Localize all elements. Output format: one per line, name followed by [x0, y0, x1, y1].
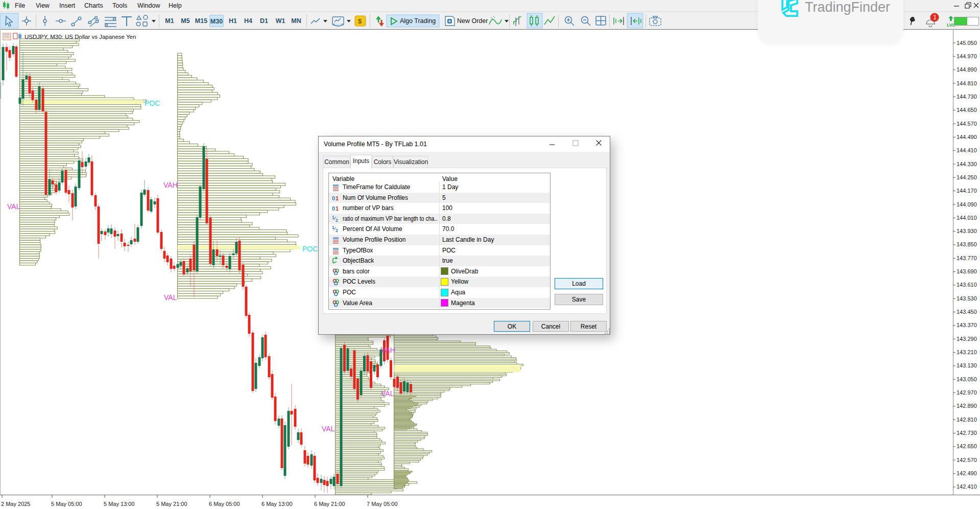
- svg-text:VAH: VAH: [381, 346, 395, 354]
- svg-text:VAL: VAL: [7, 202, 20, 211]
- svg-text:6 May 05:00: 6 May 05:00: [209, 501, 240, 507]
- svg-text:7 May 05:00: 7 May 05:00: [367, 501, 398, 507]
- svg-text:5 May 05:00: 5 May 05:00: [51, 501, 82, 507]
- svg-text:144.170: 144.170: [957, 188, 977, 194]
- svg-text:142.890: 142.890: [957, 403, 977, 409]
- svg-text:143.130: 143.130: [957, 362, 977, 368]
- svg-text:VAL: VAL: [381, 389, 394, 398]
- svg-text:5 May 21:00: 5 May 21:00: [156, 501, 187, 507]
- svg-text:VAL: VAL: [164, 293, 177, 302]
- svg-text:143.530: 143.530: [957, 295, 977, 302]
- svg-text:143.290: 143.290: [957, 336, 977, 342]
- svg-text:143.850: 143.850: [957, 241, 977, 247]
- svg-text:143.770: 143.770: [957, 255, 977, 261]
- svg-text:1: 1: [933, 14, 937, 21]
- svg-text:6 May 13:00: 6 May 13:00: [261, 501, 293, 507]
- svg-text:2 May 2025: 2 May 2025: [1, 501, 30, 507]
- svg-text:142.570: 142.570: [957, 457, 977, 463]
- svg-text:1: 1: [336, 195, 339, 201]
- svg-text:142.410: 142.410: [957, 483, 977, 490]
- svg-text:142.490: 142.490: [957, 470, 977, 476]
- svg-text:0: 0: [332, 205, 335, 212]
- svg-text:2: 2: [336, 218, 338, 223]
- svg-text:2: 2: [336, 228, 338, 233]
- svg-text:143.050: 143.050: [957, 376, 977, 382]
- svg-text:144.570: 144.570: [957, 121, 977, 127]
- svg-text:0: 0: [332, 195, 335, 201]
- svg-text:143.450: 143.450: [957, 309, 977, 315]
- svg-text:144.330: 144.330: [957, 161, 977, 167]
- svg-text:142.730: 142.730: [957, 430, 977, 436]
- svg-text:POC: POC: [145, 99, 160, 107]
- svg-text:USDJPY, M30: US Dollar vs Jap: USDJPY, M30: US Dollar vs Japanese Yen: [25, 34, 136, 40]
- svg-text:143.930: 143.930: [957, 228, 977, 234]
- svg-text:5 May 13:00: 5 May 13:00: [104, 501, 135, 507]
- svg-text:143.690: 143.690: [957, 268, 977, 274]
- svg-text:144.890: 144.890: [957, 66, 977, 73]
- svg-text:144.090: 144.090: [957, 201, 977, 207]
- svg-text:144.650: 144.650: [957, 107, 977, 113]
- svg-text:144.010: 144.010: [957, 215, 977, 221]
- svg-text:144.810: 144.810: [957, 80, 977, 86]
- svg-text:144.730: 144.730: [957, 94, 977, 100]
- svg-text:144.410: 144.410: [957, 147, 977, 153]
- svg-text:VAH: VAH: [163, 181, 178, 189]
- svg-text:143.610: 143.610: [957, 282, 977, 288]
- svg-text:144.250: 144.250: [957, 174, 977, 180]
- svg-text:VAL: VAL: [322, 425, 335, 433]
- svg-text:1: 1: [336, 205, 339, 212]
- svg-text:144.490: 144.490: [957, 134, 977, 140]
- svg-text:143.210: 143.210: [957, 349, 977, 355]
- svg-text:144.970: 144.970: [957, 53, 977, 59]
- svg-text:$: $: [358, 17, 362, 25]
- svg-text:142.650: 142.650: [957, 443, 977, 449]
- svg-text:142.970: 142.970: [957, 389, 977, 396]
- svg-text:6 May 21:00: 6 May 21:00: [314, 501, 345, 507]
- svg-text:143.370: 143.370: [957, 322, 977, 328]
- svg-text:POC: POC: [302, 245, 318, 253]
- svg-text:142.810: 142.810: [957, 417, 977, 423]
- svg-text:145.050: 145.050: [957, 40, 977, 46]
